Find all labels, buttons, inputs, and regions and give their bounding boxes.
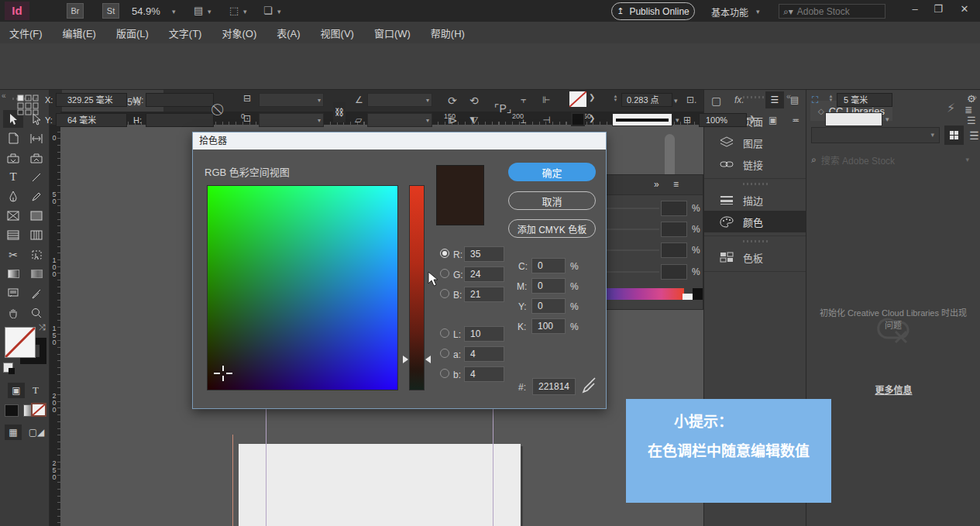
- fill-color-swatch[interactable]: [571, 112, 585, 126]
- menu-help[interactable]: 帮助(H): [431, 26, 465, 40]
- scale-y-dropdown[interactable]: ▾: [259, 113, 324, 127]
- bridge-button[interactable]: Br: [67, 3, 84, 19]
- more-info-link[interactable]: 更多信息: [806, 383, 980, 396]
- preview-mode-button[interactable]: ▢◢: [28, 425, 45, 440]
- note-tool[interactable]: [3, 284, 23, 302]
- formatting-affects-text-button[interactable]: T: [33, 384, 39, 397]
- ramp-black-swatch[interactable]: [693, 288, 703, 300]
- black-field[interactable]: [661, 264, 687, 280]
- rotate-ccw-icon[interactable]: ⟲: [469, 95, 479, 107]
- close-button[interactable]: ✕: [954, 3, 975, 15]
- r-field[interactable]: 35: [464, 246, 504, 262]
- wrap-jump-icon[interactable]: ≖: [792, 115, 799, 125]
- library-select-dropdown[interactable]: ▾: [811, 127, 940, 143]
- flip-vertical-icon[interactable]: ⧨: [469, 115, 479, 127]
- vertical-ruler[interactable]: 0 50 100 150 200 250: [50, 125, 60, 526]
- menu-type[interactable]: 文字(T): [169, 26, 202, 40]
- pencil-tool[interactable]: [26, 187, 46, 205]
- color-field[interactable]: [207, 185, 398, 390]
- r-radio[interactable]: [440, 249, 449, 258]
- a-field[interactable]: 4: [464, 346, 504, 362]
- arrange-documents-chevron-icon[interactable]: ▾: [277, 8, 281, 15]
- cc-panel-menu-icon[interactable]: ≣: [965, 105, 972, 115]
- hex-field[interactable]: 221814: [532, 378, 576, 395]
- opacity-field[interactable]: 100%: [699, 113, 747, 127]
- x-position-field[interactable]: 329.25 毫米: [56, 93, 127, 107]
- grid-view-button[interactable]: [944, 125, 964, 145]
- eyedropper-tool[interactable]: [26, 284, 46, 302]
- menu-view[interactable]: 视图(V): [321, 26, 354, 40]
- distribute-up-icon[interactable]: ⫟: [521, 95, 526, 105]
- stroke-style-dropdown[interactable]: [612, 113, 672, 126]
- default-fill-stroke-icon[interactable]: [3, 363, 13, 373]
- list-view-button[interactable]: ☰: [965, 125, 980, 145]
- panel-gear-icon[interactable]: ⚙: [967, 93, 976, 105]
- free-transform-tool[interactable]: [26, 246, 46, 263]
- menu-layout[interactable]: 版面(L): [116, 26, 149, 40]
- constrain-scale-chain-icon[interactable]: ⛓: [333, 102, 346, 122]
- yellow-field[interactable]: [661, 242, 687, 258]
- applied-swatch-chevron-icon[interactable]: ▾: [885, 115, 889, 123]
- b-field[interactable]: 21: [464, 287, 504, 302]
- gradient-swatch-tool[interactable]: [3, 265, 23, 283]
- stock-search-input[interactable]: ⌕▾ Adobe Stock: [779, 4, 885, 19]
- zoom-level-value[interactable]: 54.9%: [132, 5, 160, 17]
- width-field[interactable]: [146, 93, 214, 107]
- gradient-feather-tool[interactable]: [26, 265, 46, 283]
- shear-angle-dropdown[interactable]: ▾: [367, 113, 432, 127]
- corner-shape-icon[interactable]: ▢: [711, 95, 721, 107]
- gap-field[interactable]: 5 毫米: [837, 93, 892, 107]
- opacity-icon[interactable]: ⊞: [683, 115, 691, 125]
- rotate-cw-icon[interactable]: ⟳: [448, 95, 457, 107]
- menu-table[interactable]: 表(A): [277, 26, 300, 40]
- k-field[interactable]: 100: [531, 318, 566, 334]
- quick-apply-lightning-icon[interactable]: ⚡: [947, 101, 955, 115]
- l-field[interactable]: 10: [464, 326, 504, 342]
- magenta-field[interactable]: [661, 222, 687, 237]
- hand-tool[interactable]: [3, 304, 23, 321]
- zoom-tool[interactable]: [26, 304, 46, 321]
- frame-tool[interactable]: [3, 207, 23, 225]
- formatting-affects-container-button[interactable]: ▣: [8, 383, 25, 398]
- cancel-button[interactable]: 取消: [508, 191, 596, 210]
- workspace-switcher[interactable]: 基本功能: [711, 5, 748, 19]
- dock-item-color[interactable]: 颜色: [704, 211, 806, 232]
- fill-proxy-none-swatch[interactable]: [5, 327, 36, 358]
- fill-flyout-chevron-icon[interactable]: ❯: [589, 114, 595, 122]
- scale-x-icon[interactable]: ⊟: [243, 93, 251, 104]
- wrap-bounding-icon[interactable]: ▤: [790, 95, 799, 105]
- color-slider[interactable]: [409, 185, 425, 390]
- workspace-chevron-icon[interactable]: ▾: [756, 8, 760, 15]
- m-field[interactable]: 0: [531, 278, 566, 294]
- dock-item-layers[interactable]: 图层: [704, 132, 806, 153]
- vertical-grid-tool[interactable]: [26, 226, 46, 244]
- content-placer-tool[interactable]: [26, 149, 46, 167]
- apply-color-button[interactable]: [5, 404, 19, 417]
- color-panel-menu-icon[interactable]: ≡: [673, 179, 679, 190]
- applied-swatch-dropdown[interactable]: [825, 112, 882, 126]
- stroke-weight-field[interactable]: 0.283 点: [621, 93, 672, 107]
- g-field[interactable]: 24: [464, 266, 504, 282]
- minimize-button[interactable]: –: [905, 3, 925, 15]
- wrap-none-icon[interactable]: ☰: [765, 91, 784, 108]
- stroke-color-none-swatch[interactable]: [569, 91, 586, 107]
- gap-tool[interactable]: [26, 129, 46, 147]
- cc-search-input[interactable]: ⌕ 搜索 Adobe Stock ▾: [811, 152, 975, 167]
- normal-view-mode-button[interactable]: ▦: [5, 425, 22, 440]
- expand-panel-icon[interactable]: »: [654, 179, 659, 190]
- scissors-tool[interactable]: ✂: [3, 246, 23, 263]
- corner-options-icon[interactable]: ⊡.: [686, 95, 696, 105]
- lab-b-field[interactable]: 4: [464, 366, 504, 382]
- opacity-flyout-chevron-icon[interactable]: ❯: [749, 115, 755, 123]
- lab-b-radio[interactable]: [440, 369, 449, 378]
- c-field[interactable]: 0: [531, 258, 566, 273]
- y-position-field[interactable]: 64 毫米: [56, 113, 127, 127]
- collapse-tools-icon[interactable]: «: [2, 91, 6, 100]
- scale-y-icon[interactable]: ⊡: [243, 113, 251, 124]
- distribute-down-icon[interactable]: ⫠: [521, 115, 526, 125]
- stroke-style-chevron-icon[interactable]: ▾: [676, 116, 679, 124]
- select-container-icon[interactable]: ⌜P⌟: [494, 102, 511, 115]
- ramp-white-swatch[interactable]: [683, 294, 693, 300]
- restore-button[interactable]: ❐: [928, 3, 948, 15]
- rotation-angle-dropdown[interactable]: ▾: [367, 93, 432, 107]
